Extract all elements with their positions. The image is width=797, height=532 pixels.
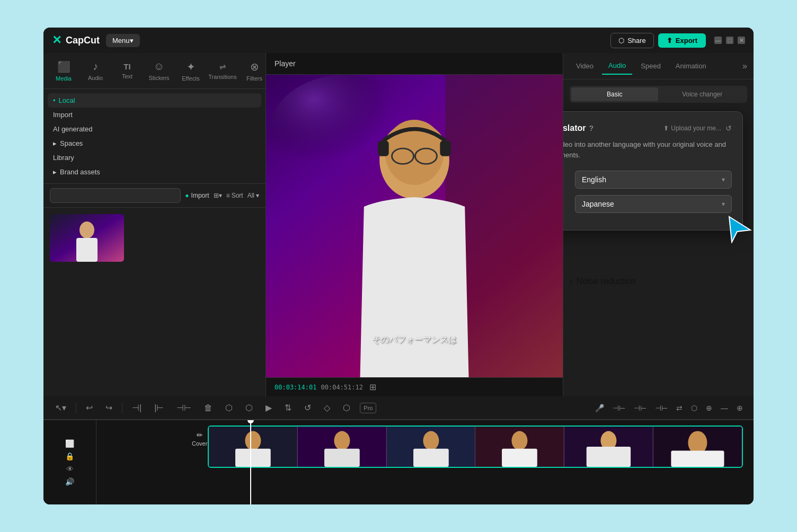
search-bar[interactable]	[50, 188, 181, 203]
grid-button[interactable]: ⊞▾	[214, 192, 222, 199]
tool-filters[interactable]: ⊗ Filters	[238, 56, 270, 86]
filter-button[interactable]: All ▾	[247, 192, 259, 199]
tool-media[interactable]: ⬛ Media	[48, 56, 79, 86]
svg-rect-28	[587, 447, 631, 467]
tool-text[interactable]: TI Text	[111, 58, 143, 84]
timeline-track-area: ✏ Cover	[96, 420, 754, 504]
tab-animation[interactable]: Animation	[669, 58, 713, 74]
import-dot-icon: ●	[185, 192, 189, 199]
export-button[interactable]: ⬆ Export	[658, 33, 706, 48]
share-button[interactable]: ⬡ Share	[610, 33, 654, 48]
visibility-icon[interactable]: 👁	[66, 465, 74, 473]
connect-icon[interactable]: ⊣⊢	[632, 402, 649, 414]
sort-button[interactable]: ≡ Sort	[226, 192, 243, 199]
svg-point-15	[245, 431, 261, 450]
flip-button[interactable]: ⇅	[281, 401, 295, 415]
redo-button[interactable]: ↪	[102, 401, 116, 415]
more-button[interactable]: ⬡	[340, 401, 353, 415]
close-button[interactable]: ✕	[738, 37, 745, 44]
replace-icon[interactable]: ⬡	[689, 402, 699, 414]
translate-from-value: English	[582, 175, 606, 184]
swap-icon[interactable]: ⇄	[674, 402, 685, 414]
maximize-button[interactable]: □	[726, 37, 733, 44]
svg-rect-19	[324, 449, 360, 467]
toolbar-divider-1	[76, 403, 76, 413]
keyframe-button[interactable]: ◇	[321, 401, 333, 415]
toolbar-right: 🎤 ⊣⊢ ⊣⊢ ⊣⊢ ⇄ ⬡ ⊕ — ⊕	[593, 402, 745, 414]
add-icon[interactable]: ⊕	[704, 402, 714, 414]
lock-icon[interactable]: 🔒	[65, 452, 74, 460]
logo-area: ✕ CapCut	[52, 33, 100, 47]
tab-audio[interactable]: Audio	[602, 57, 632, 75]
film-frame-5	[564, 427, 653, 467]
tool-stickers[interactable]: ☺ Stickers	[143, 56, 175, 85]
timeline-settings-icon[interactable]: ⊕	[734, 402, 745, 414]
tool-transitions[interactable]: ⇌ Transitions	[207, 58, 238, 84]
sub-tab-basic[interactable]: Basic	[571, 87, 658, 101]
translate-to-select[interactable]: Japanese ▾	[575, 195, 732, 213]
pro-tools-button[interactable]: Pro	[360, 403, 376, 413]
sidebar-item-spaces[interactable]: ▸ Spaces	[48, 136, 261, 150]
film-strip[interactable]	[208, 425, 743, 468]
mic-icon[interactable]: 🎤	[593, 402, 606, 414]
transform-button[interactable]: ⬡	[242, 401, 256, 415]
sort-label: Sort	[232, 192, 243, 199]
right-tabs: Video Audio Speed Animation »	[563, 53, 754, 79]
refresh-icon[interactable]: ↺	[725, 124, 732, 132]
right-tab-more-icon[interactable]: »	[742, 61, 747, 71]
tab-speed[interactable]: Speed	[634, 58, 667, 74]
minimize-button[interactable]: —	[714, 37, 722, 44]
player-header: Player	[266, 53, 563, 75]
sidebar-item-library[interactable]: Library	[48, 150, 261, 165]
trim-right-button[interactable]: ⊣⊢	[173, 401, 194, 415]
tool-effects[interactable]: ✦ Effects	[175, 56, 207, 86]
brand-arrow: ▸	[53, 168, 57, 176]
split-track2-icon[interactable]: ⊣⊢	[653, 402, 670, 414]
translate-to-row: Translate to Japanese ▾	[563, 195, 732, 213]
minus-icon[interactable]: —	[719, 402, 730, 414]
svg-rect-11	[378, 140, 388, 156]
upload-arrow-icon: ⬆	[663, 125, 669, 132]
translator-description: Translate your video into another langua…	[563, 139, 732, 160]
svg-rect-2	[76, 238, 98, 262]
split-button[interactable]: ⊣|	[129, 401, 145, 415]
sidebar-item-ai[interactable]: AI generated	[48, 122, 261, 136]
translate-from-select[interactable]: English ▾	[575, 171, 732, 189]
stickers-icon: ☺	[154, 60, 164, 73]
trim-left-button[interactable]: |⊢	[151, 401, 167, 415]
sub-tab-voice-changer[interactable]: Voice changer	[659, 87, 746, 101]
tab-audio-label: Audio	[608, 61, 626, 69]
sub-tab-basic-label: Basic	[607, 91, 622, 98]
play-button[interactable]: ▶	[262, 401, 275, 415]
rotate-button[interactable]: ↺	[301, 401, 314, 415]
grid-icon: ⊞	[369, 382, 376, 392]
library-label: Library	[53, 154, 74, 162]
undo-button[interactable]: ↩	[83, 401, 96, 415]
media-grid	[43, 208, 265, 396]
select-tool-button[interactable]: ↖▾	[52, 401, 69, 415]
import-button[interactable]: ● Import	[185, 192, 209, 199]
split-track-icon[interactable]: ⊣⊢	[610, 402, 627, 414]
toolbar-row: ↖▾ ↩ ↪ ⊣| |⊢ ⊣⊢ 🗑 ⬡ ⬡ ▶ ⇅ ↺ ◇ ⬡ Pro 🎤 ⊣⊢…	[43, 396, 754, 420]
frame-thumb-4	[475, 427, 564, 467]
sidebar-item-import[interactable]: Import	[48, 108, 261, 122]
timeline-playhead[interactable]	[250, 420, 251, 504]
media-thumbnail[interactable]	[50, 214, 124, 262]
svg-rect-22	[413, 449, 449, 467]
sidebar-item-brand[interactable]: ▸ Brand assets	[48, 165, 261, 179]
audio-track-icon[interactable]: 🔊	[65, 477, 74, 486]
tab-video[interactable]: Video	[570, 58, 600, 74]
crop-button[interactable]: ⬡	[222, 401, 236, 415]
tool-audio[interactable]: ♪ Audio	[79, 56, 111, 85]
cursor-arrow-indicator	[724, 211, 754, 243]
media-icon: ⬛	[57, 60, 70, 73]
delete-button[interactable]: 🗑	[201, 401, 216, 415]
video-translator-popup: ✓ Video translator ? ⬆ Upload your me...…	[563, 111, 743, 230]
frame-thumb-1	[209, 427, 297, 467]
sidebar-item-local[interactable]: • Local	[48, 93, 261, 108]
timeline-main: ✏ Cover	[96, 420, 754, 504]
svg-rect-31	[671, 451, 724, 467]
frame-thumb-6	[653, 427, 742, 467]
toolbar-divider-2	[122, 403, 122, 413]
menu-button[interactable]: Menu▾	[106, 34, 140, 47]
